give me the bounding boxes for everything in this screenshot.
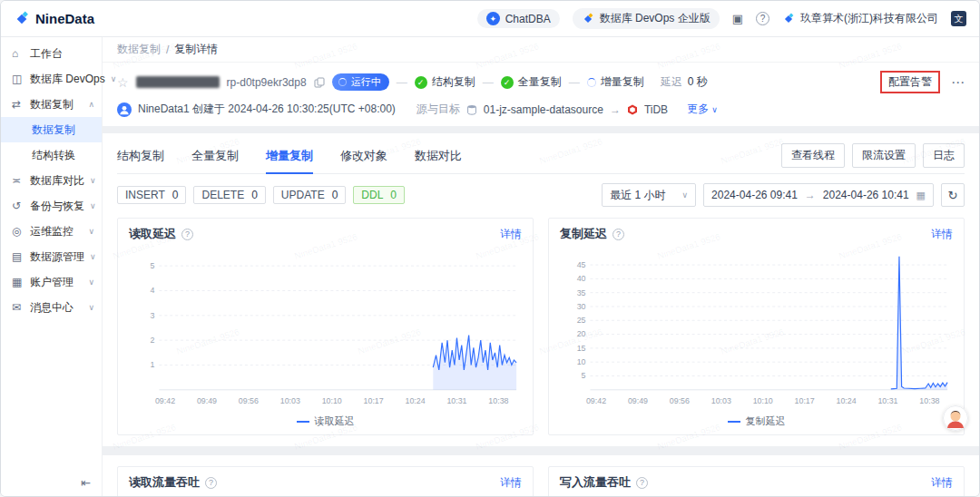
task-header: ☆ rp-d0tp9ekr3dp8 运行中 — [103,63,979,126]
brand-diamond-icon [14,11,30,27]
more-link[interactable]: 更多 ∨ [687,102,718,117]
replication-latency-chart: 5101520253035404509:4209:4909:5610:0310:… [560,244,953,413]
svg-text:09:56: 09:56 [670,396,690,405]
chevron-up-icon: ∧ [88,100,94,109]
sidebar-item-database-compare[interactable]: ≍ 数据库对比 ∨ [1,168,102,193]
ddl-count-tag: DDL 0 [353,186,405,204]
star-icon[interactable]: ☆ [117,75,129,90]
monitor-icon: ◎ [12,225,24,238]
step-full-replication: ✓ 全量复制 [501,74,562,90]
chart-legend[interactable]: 复制延迟 [560,413,953,433]
configure-alert-button[interactable]: 配置告警 [887,74,934,90]
org-switcher[interactable]: 玖章算术(浙江)科技有限公司 [782,11,938,26]
view-threads-button[interactable]: 查看线程 [781,143,845,168]
ticket-icon[interactable]: ▣ [732,12,743,25]
edition-selector[interactable]: 数据库 DevOps 企业版 [573,8,720,29]
brand-name: NineData [35,11,94,26]
sidebar-item-backup-restore[interactable]: ↺ 备份与恢复 ∨ [1,193,102,219]
help-icon[interactable]: ? [205,477,217,489]
help-icon[interactable]: ? [756,12,769,25]
chevron-down-icon: ∨ [90,201,96,210]
svg-text:10:24: 10:24 [406,396,426,405]
copy-icon[interactable] [314,77,325,88]
help-icon[interactable]: ? [181,229,193,240]
chart-title: 读取流量吞吐 [129,474,200,491]
task-title-row: ☆ rp-d0tp9ekr3dp8 运行中 — [117,71,965,93]
brand-logo[interactable]: NineData [14,11,94,27]
chart-title: 复制延迟 [560,226,607,242]
chevron-down-icon: ∨ [88,278,94,287]
sidebar-item-workbench[interactable]: ⌂ 工作台 [1,41,102,66]
step-connector: — [483,76,494,89]
spinner-icon [338,78,347,86]
chatdba-button[interactable]: ✦ ChatDBA [477,9,560,28]
time-preset-value: 最近 1 小时 [610,188,665,203]
tab-data-compare[interactable]: 数据对比 [415,141,462,173]
svg-text:20: 20 [577,330,586,339]
language-icon[interactable]: 文 [951,11,966,26]
refresh-button[interactable]: ↻ [941,183,965,207]
throttle-settings-button[interactable]: 限流设置 [852,143,916,168]
detail-link[interactable]: 详情 [500,227,522,242]
breadcrumb-parent[interactable]: 数据复制 [117,42,161,57]
sidebar-label: 运维监控 [30,224,74,239]
tab-structure-replication[interactable]: 结构复制 [117,141,164,173]
calendar-icon: ▦ [916,190,926,201]
top-bar: NineData ✦ ChatDBA 数据库 DevOps 企业版 ▣ ? [1,1,979,37]
svg-text:10:17: 10:17 [795,396,815,405]
more-actions-button[interactable]: ⋯ [951,74,965,91]
chevron-down-icon: ∨ [90,252,96,261]
detail-link[interactable]: 详情 [931,227,953,242]
detail-link[interactable]: 详情 [500,475,522,491]
top-right-group: ✦ ChatDBA 数据库 DevOps 企业版 ▣ ? 玖章算术(浙江)科技有… [477,8,966,29]
message-icon: ✉ [12,301,24,314]
sidebar-label: 数据复制 [32,122,75,138]
detail-panel: 结构复制 全量复制 增量复制 修改对象 数据对比 查看线程 限流设置 日志 [103,133,979,497]
company-name: 玖章算术(浙江)科技有限公司 [800,11,938,26]
status-label: 运行中 [351,75,381,89]
sidebar-item-structure-transform[interactable]: 结构转换 [1,142,102,168]
detail-link[interactable]: 详情 [931,475,953,491]
sidebar-collapse-icon[interactable]: ⇤ [81,476,91,490]
sidebar-item-database-devops[interactable]: ◫ 数据库 DevOps ∨ [1,66,102,92]
assistant-avatar[interactable] [943,405,968,431]
svg-text:35: 35 [577,288,586,297]
svg-text:1: 1 [151,360,155,369]
replication-icon: ⇄ [12,98,24,111]
logs-button[interactable]: 日志 [923,143,965,168]
svg-text:10:31: 10:31 [877,396,897,405]
svg-text:10:24: 10:24 [837,396,857,405]
time-preset-select[interactable]: 最近 1 小时 ∨ [602,183,696,207]
tab-modify-objects[interactable]: 修改对象 [340,141,387,173]
help-icon[interactable]: ? [636,477,648,489]
sidebar-item-ops-monitoring[interactable]: ◎ 运维监控 ∨ [1,219,102,244]
svg-text:3: 3 [151,311,155,320]
svg-text:09:49: 09:49 [197,396,217,405]
devops-icon: ◫ [12,73,24,85]
chart-card-header: 写入流量吞吐 ? 详情 [560,474,953,491]
bottom-charts-grid: 读取流量吞吐 ? 详情 写入流量吞吐 ? 详情 [117,466,965,497]
section-divider [103,126,979,133]
chart-legend[interactable]: 读取延迟 [129,413,522,433]
stats-row: INSERT 0 DELETE 0 UPDATE 0 DDL 0 [117,183,965,207]
sidebar-item-data-replication[interactable]: ⇄ 数据复制 ∧ [1,92,102,117]
sidebar-item-message-center[interactable]: ✉ 消息中心 ∨ [1,295,102,320]
svg-text:40: 40 [577,274,586,283]
step-connector: — [397,76,407,89]
sidebar-item-datasource-management[interactable]: ▤ 数据源管理 ∨ [1,244,102,269]
help-icon[interactable]: ? [612,229,624,240]
date-range-picker[interactable]: 2024-04-26 09:41 → 2024-04-26 10:41 ▦ [703,183,934,207]
range-start: 2024-04-26 09:41 [711,189,798,201]
sidebar-item-account-management[interactable]: ▦ 账户管理 ∨ [1,269,102,295]
sidebar-item-data-replication-child[interactable]: 数据复制 [1,117,102,142]
tab-full-replication[interactable]: 全量复制 [191,141,239,173]
sidebar-label: 数据库对比 [30,173,84,189]
tab-incremental-replication[interactable]: 增量复制 [266,141,313,174]
chart-card-header: 复制延迟 ? 详情 [560,226,953,242]
svg-text:4: 4 [151,286,155,295]
svg-text:45: 45 [577,260,586,269]
more-label: 更多 [687,102,709,117]
chevron-down-icon: ∨ [682,190,689,200]
section-divider [103,446,979,455]
update-count-tag: UPDATE 0 [273,186,346,204]
